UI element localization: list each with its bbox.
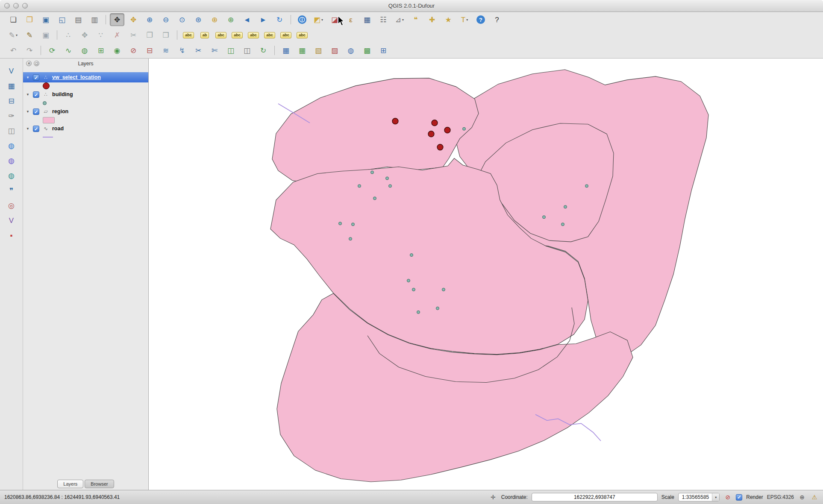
scale-dropdown-arrow[interactable]: ▾ — [712, 493, 719, 501]
label-highlight-pinned-button[interactable]: abc — [230, 29, 244, 41]
whats-this-button[interactable]: ? — [490, 13, 504, 26]
expander-icon[interactable]: ▼ — [26, 76, 30, 79]
zoom-out-button[interactable]: ⊖ — [159, 13, 173, 26]
map-tips-button[interactable]: ❝ — [409, 13, 423, 26]
expander-icon[interactable]: ▼ — [26, 110, 30, 114]
show-bookmarks-button[interactable]: ★ — [441, 13, 456, 26]
zoom-next-button[interactable]: ► — [256, 13, 270, 26]
layer-item-region[interactable]: ▼✓▱region — [23, 106, 148, 117]
select-by-expression-button[interactable]: ε — [344, 13, 358, 26]
identify-features-button[interactable]: ⓘ — [295, 13, 309, 26]
pan-map-button[interactable]: ✥ — [110, 13, 124, 26]
new-shapefile-layer-button[interactable]: V — [4, 214, 19, 227]
add-wfs-layer-button[interactable]: ◍ — [4, 169, 19, 182]
new-project-button[interactable]: ❏ — [6, 13, 21, 26]
zoom-window-button[interactable] — [22, 3, 28, 9]
label-move-button[interactable]: abc — [262, 29, 277, 41]
add-delimited-text-layer-button[interactable]: ❞ — [4, 184, 19, 197]
rotate-point-symbols-button[interactable]: ↻ — [256, 44, 270, 57]
layer-visibility-checkbox[interactable]: ✓ — [33, 74, 39, 81]
text-annotation-button[interactable]: T▾ — [457, 13, 472, 26]
undo-button[interactable]: ↶ — [6, 44, 21, 57]
panel-close-button[interactable]: ✕ — [26, 61, 32, 66]
toggle-editing-button[interactable]: ✎ — [22, 29, 37, 41]
add-feature-button[interactable]: ∴ — [61, 29, 76, 41]
delete-selected-button[interactable]: ✗ — [110, 29, 124, 41]
text-annotation-dropdown-arrow[interactable]: ▾ — [466, 18, 468, 22]
fill-ring-button[interactable]: ◉ — [110, 44, 124, 57]
label-properties-button[interactable]: abc — [295, 29, 309, 41]
panel-float-button[interactable]: ◻ — [34, 61, 39, 66]
add-wcs-layer-button[interactable]: ◍ — [4, 154, 19, 167]
open-attribute-table-button[interactable]: ▦ — [360, 13, 374, 26]
titlebar[interactable]: QGIS 2.0.1-Dufour — [0, 0, 823, 12]
field-calculator-button[interactable]: ☷ — [376, 13, 391, 26]
remove-layer-button[interactable]: ▪ — [4, 229, 19, 242]
zoom-last-button[interactable]: ◄ — [240, 13, 254, 26]
stop-render-button[interactable]: ⊘ — [723, 493, 732, 501]
panel-tab-browser[interactable]: Browser — [85, 480, 114, 488]
select-features-button[interactable]: ◩▾ — [311, 13, 326, 26]
rotate-feature-button[interactable]: ⟳ — [45, 44, 59, 57]
add-oracle-georaster-button[interactable]: ◎ — [4, 199, 19, 212]
layer-visibility-checkbox[interactable]: ✓ — [33, 91, 39, 98]
new-print-composer-button[interactable]: ▤ — [71, 13, 85, 26]
label-rotate-button[interactable]: abc — [279, 29, 293, 41]
help-contents-button[interactable]: ? — [473, 13, 488, 26]
add-ring-button[interactable]: ◍ — [77, 44, 92, 57]
measure-button[interactable]: ⊿▾ — [392, 13, 407, 26]
layer-item-vw_select_location[interactable]: ▼✓∴vw_select_location — [23, 72, 148, 82]
save-project-as-button[interactable]: ◱ — [55, 13, 69, 26]
move-feature-button[interactable]: ✥ — [77, 29, 92, 41]
minimize-window-button[interactable] — [13, 3, 19, 9]
simplify-feature-button[interactable]: ∿ — [61, 44, 76, 57]
save-project-button[interactable]: ▣ — [38, 13, 53, 26]
offset-curve-button[interactable]: ≋ — [159, 44, 173, 57]
node-tool-button[interactable]: ∵ — [94, 29, 108, 41]
plugin-tool-3-button[interactable]: ▧ — [311, 44, 326, 57]
split-features-button[interactable]: ✂ — [191, 44, 206, 57]
composer-manager-button[interactable]: ▥ — [87, 13, 102, 26]
cut-features-button[interactable]: ✂ — [126, 29, 141, 41]
coordinate-input[interactable] — [532, 493, 658, 501]
zoom-to-layer-button[interactable]: ⊕ — [223, 13, 238, 26]
crs-status-button[interactable]: ⊕ — [798, 493, 806, 501]
layer-item-road[interactable]: ▼✓∿road — [23, 123, 148, 134]
pan-to-selection-button[interactable]: ✥ — [126, 13, 141, 26]
redo-button[interactable]: ↷ — [22, 44, 37, 57]
zoom-full-button[interactable]: ⊛ — [191, 13, 206, 26]
layer-item-building[interactable]: ▼✓∴building — [23, 89, 148, 100]
paste-features-button[interactable]: ❒ — [159, 29, 173, 41]
add-mssql-layer-button[interactable]: ◫ — [4, 124, 19, 137]
zoom-native-button[interactable]: ⊙ — [175, 13, 189, 26]
plugin-tool-7-button[interactable]: ⊞ — [376, 44, 391, 57]
plugin-tool-2-button[interactable]: ▦ — [295, 44, 309, 57]
merge-features-button[interactable]: ◫ — [223, 44, 238, 57]
label-pin-unpin-button[interactable]: abc — [214, 29, 228, 41]
label-toggle-button[interactable]: ab — [197, 29, 212, 41]
add-vector-layer-button[interactable]: V — [4, 64, 19, 77]
plugin-tool-6-button[interactable]: ▩ — [360, 44, 374, 57]
expander-icon[interactable]: ▼ — [26, 93, 30, 97]
save-layer-edits-button[interactable]: ▣ — [38, 29, 53, 41]
measure-dropdown-arrow[interactable]: ▾ — [402, 18, 404, 22]
add-raster-layer-button[interactable]: ▦ — [4, 79, 19, 92]
add-wms-layer-button[interactable]: ◍ — [4, 139, 19, 152]
refresh-map-button[interactable]: ↻ — [272, 13, 287, 26]
layer-labeling-options-button[interactable]: abc — [181, 29, 196, 41]
panel-tab-layers[interactable]: Layers — [57, 480, 83, 488]
new-bookmark-button[interactable]: ✚ — [425, 13, 439, 26]
zoom-in-button[interactable]: ⊕ — [142, 13, 157, 26]
plugin-tool-4-button[interactable]: ▨ — [327, 44, 342, 57]
render-checkbox[interactable]: ✓ — [736, 494, 742, 501]
open-project-button[interactable]: ❐ — [22, 13, 37, 26]
mouse-position-toggle-button[interactable]: ✛ — [489, 493, 497, 501]
expander-icon[interactable]: ▼ — [26, 127, 30, 131]
add-part-button[interactable]: ⊞ — [94, 44, 108, 57]
split-parts-button[interactable]: ✄ — [207, 44, 222, 57]
add-postgis-layer-button[interactable]: ⊟ — [4, 94, 19, 107]
log-messages-button[interactable]: ⚠ — [810, 493, 819, 501]
layer-visibility-checkbox[interactable]: ✓ — [33, 126, 39, 132]
close-window-button[interactable] — [4, 3, 10, 9]
select-features-dropdown-arrow[interactable]: ▾ — [321, 18, 323, 22]
